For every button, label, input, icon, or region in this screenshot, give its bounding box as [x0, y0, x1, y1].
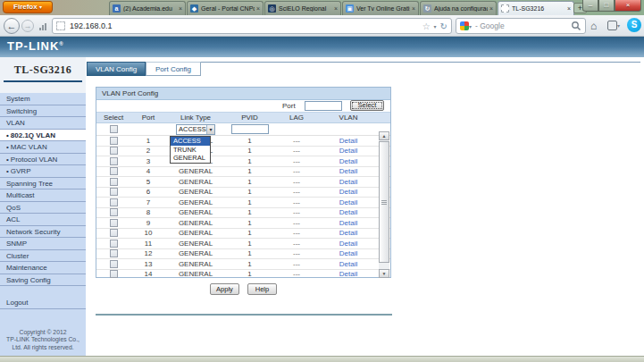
detail-link[interactable]: Detail — [339, 270, 357, 278]
tab-port-config[interactable]: Port Config — [146, 62, 201, 76]
table-row: 10GENERAL1---Detail — [96, 229, 390, 240]
sidebar-item-label: Logout — [6, 299, 28, 307]
row-checkbox[interactable] — [110, 270, 118, 278]
sidebar-item-snmp[interactable]: SNMP — [0, 238, 86, 250]
detail-link[interactable]: Detail — [339, 178, 357, 186]
copyright-line: TP-LINK Technologies Co., — [0, 336, 86, 344]
sidebar-item-system[interactable]: System — [0, 93, 86, 105]
row-checkbox[interactable] — [110, 137, 118, 145]
forward-button[interactable]: → — [21, 20, 34, 32]
dropdown-option-trunk[interactable]: TRUNK — [171, 146, 210, 155]
sidebar-item-network-security[interactable]: Network Security — [0, 226, 86, 239]
tab-close-icon[interactable]: × — [410, 5, 415, 12]
row-checkbox[interactable] — [110, 147, 118, 155]
bookmarks-panel-button[interactable]: ▾ — [607, 20, 624, 31]
pvid-cell: 1 — [225, 167, 274, 175]
detail-link[interactable]: Detail — [339, 137, 357, 145]
registered-mark: ® — [59, 41, 63, 46]
help-button[interactable]: Help — [247, 283, 277, 295]
maximize-button[interactable]: □ — [598, 0, 615, 12]
sidebar-item-802-1q-vlan[interactable]: •802.1Q VLAN — [0, 130, 86, 142]
tab-close-icon[interactable]: × — [332, 5, 338, 12]
row-checkbox[interactable] — [110, 260, 118, 268]
url-text[interactable]: 192.168.0.1 — [70, 21, 422, 30]
sidebar-item-qos[interactable]: QoS — [0, 202, 86, 215]
dropdown-option-general[interactable]: GENERAL — [171, 154, 210, 163]
detail-link[interactable]: Detail — [339, 198, 357, 206]
minimize-button[interactable]: – — [582, 0, 598, 12]
tab-close-icon[interactable]: × — [255, 5, 260, 12]
search-box[interactable]: ▾ - Google — [456, 18, 586, 34]
port-filter-input[interactable] — [305, 101, 342, 111]
home-icon[interactable]: ⌂ — [590, 20, 597, 32]
lag-cell: --- — [274, 178, 319, 186]
row-checkbox[interactable] — [110, 219, 118, 227]
row-checkbox[interactable] — [110, 208, 118, 216]
default-page-favicon — [501, 4, 509, 13]
sidebar-item-logout[interactable]: Logout — [0, 297, 86, 309]
apply-button[interactable]: Apply — [210, 283, 239, 295]
tab-close-icon[interactable]: × — [565, 5, 571, 12]
browser-tab[interactable]: TL-SG3216× — [498, 1, 574, 15]
sidebar-item-saving-config[interactable]: Saving Config — [0, 274, 86, 287]
tab-close-icon[interactable]: × — [177, 5, 182, 12]
pvid-input[interactable] — [231, 124, 269, 134]
link-type-select[interactable]: ACCESS ▾ — [176, 124, 215, 135]
close-window-button[interactable]: × — [615, 0, 641, 12]
dropdown-option-access[interactable]: ACCESS — [171, 137, 210, 146]
sidebar-item-protocol-vlan[interactable]: •Protocol VLAN — [0, 154, 86, 166]
sidebar-item-acl[interactable]: ACL — [0, 214, 86, 226]
search-input[interactable]: - Google — [472, 21, 571, 30]
scroll-down-button[interactable]: ▼ — [379, 269, 389, 278]
row-checkbox[interactable] — [110, 167, 118, 175]
browser-tab[interactable]: ◆Geral - Portal CNPq× — [187, 1, 263, 15]
browser-tab[interactable]: ◎SciELO Regional× — [264, 1, 341, 15]
detail-link[interactable]: Detail — [339, 249, 357, 257]
detail-link[interactable]: Detail — [339, 157, 357, 165]
detail-link[interactable]: Detail — [339, 188, 357, 196]
row-checkbox[interactable] — [110, 198, 118, 206]
detail-link[interactable]: Detail — [339, 219, 357, 227]
reload-icon[interactable]: ↻ — [440, 21, 447, 31]
tab-vlan-config[interactable]: VLAN Config — [87, 62, 146, 76]
row-checkbox[interactable] — [110, 157, 118, 165]
sidebar-item-cluster[interactable]: Cluster — [0, 250, 86, 263]
skype-extension-icon[interactable]: S — [627, 18, 641, 32]
address-bar[interactable]: 192.168.0.1 ☆ ▾ ↻ — [52, 18, 452, 34]
browser-tab[interactable]: a(2) Academia.edu× — [109, 1, 186, 15]
select-button[interactable]: Select — [350, 100, 384, 111]
browser-tab[interactable]: ▣Ver Tv Online Gratis - ...× — [342, 1, 419, 15]
row-checkbox[interactable] — [110, 188, 118, 196]
row-checkbox[interactable] — [110, 178, 118, 186]
sidebar-item-gvrp[interactable]: •GVRP — [0, 165, 86, 178]
detail-link[interactable]: Detail — [339, 167, 357, 175]
column-header-link-type: Link Type — [166, 113, 225, 122]
row-checkbox[interactable] — [110, 240, 118, 248]
sidebar-item-maintenance[interactable]: Maintenance — [0, 262, 86, 274]
back-button[interactable]: ← — [4, 18, 20, 34]
sidebar-item-multicast[interactable]: Multicast — [0, 189, 86, 202]
table-scrollbar[interactable]: ▲ ▼ — [379, 131, 389, 278]
browser-tab[interactable]: ↻Ajuda na configuraçã...× — [420, 1, 497, 15]
tab-close-icon[interactable]: × — [488, 5, 493, 12]
sidebar-item-vlan[interactable]: VLAN — [0, 117, 86, 130]
url-dropdown-icon[interactable]: ▾ — [434, 23, 437, 29]
scroll-up-button[interactable]: ▲ — [379, 131, 389, 140]
scrollbar-thumb[interactable] — [379, 141, 389, 263]
detail-link[interactable]: Detail — [339, 147, 357, 155]
sidebar-item-spanning-tree[interactable]: Spanning Tree — [0, 178, 86, 190]
firefox-menu-button[interactable]: Firefox ▾ — [3, 1, 53, 13]
search-icon[interactable] — [571, 21, 581, 31]
select-all-checkbox[interactable] — [110, 125, 118, 133]
select-arrow-icon[interactable]: ▾ — [206, 125, 214, 134]
sidebar-item-switching[interactable]: Switching — [0, 105, 86, 118]
detail-link[interactable]: Detail — [339, 240, 357, 248]
row-checkbox[interactable] — [110, 229, 118, 237]
sidebar-item-mac-vlan[interactable]: •MAC VLAN — [0, 141, 86, 154]
detail-link[interactable]: Detail — [339, 229, 357, 237]
toolbar-graph-icon[interactable] — [39, 23, 48, 30]
detail-link[interactable]: Detail — [339, 208, 357, 216]
bookmark-star-icon[interactable]: ☆ — [422, 21, 431, 31]
row-checkbox[interactable] — [110, 249, 118, 257]
detail-link[interactable]: Detail — [339, 260, 357, 268]
